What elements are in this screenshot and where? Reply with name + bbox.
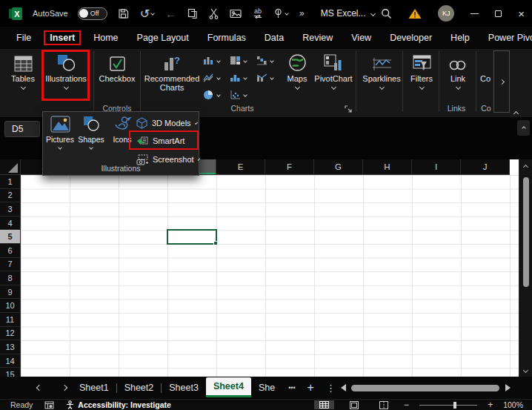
column-header-e[interactable]: E	[216, 159, 265, 175]
next-sheet-icon[interactable]	[61, 385, 67, 391]
sheet-tab-she[interactable]: She	[251, 377, 282, 399]
row-header-9[interactable]: 9	[0, 285, 21, 300]
menu-tab-help[interactable]: Help	[445, 30, 476, 45]
waterfall-chart-icon[interactable]	[256, 52, 283, 69]
filters-button[interactable]: Filters	[405, 51, 439, 103]
row-header-3[interactable]: 3	[0, 202, 21, 216]
menu-tab-review[interactable]: Review	[296, 30, 339, 45]
overflow-icon[interactable]: »	[299, 8, 305, 19]
ribbon-scroll-right-button[interactable]	[493, 50, 510, 113]
pictures-button[interactable]: Pictures	[45, 116, 75, 149]
save-icon[interactable]	[118, 8, 129, 19]
page-layout-view-button[interactable]	[345, 400, 364, 410]
search-icon[interactable]	[381, 8, 392, 19]
row-header-4[interactable]: 4	[0, 216, 21, 231]
sheet-tab-sheet2[interactable]: Sheet2	[117, 377, 162, 399]
shapes-button[interactable]: Shapes	[76, 116, 106, 149]
scroll-up-icon[interactable]	[523, 165, 528, 170]
menu-tab-insert[interactable]: Insert	[44, 30, 81, 45]
zoom-level[interactable]: 100%	[503, 400, 523, 409]
sheet-options-icon[interactable]: ⋮	[326, 383, 336, 394]
line-chart-icon[interactable]	[203, 69, 230, 86]
treemap-chart-icon[interactable]	[230, 52, 256, 69]
touch-mode-icon[interactable]	[273, 8, 288, 19]
menu-tab-formulas[interactable]: Formulas	[202, 30, 252, 45]
3d-models-item[interactable]: 3D Models	[136, 116, 197, 130]
scroll-down-icon[interactable]	[523, 368, 528, 373]
histogram-chart-icon[interactable]	[230, 69, 256, 86]
sheet-tab-sheet4[interactable]: Sheet4	[206, 377, 251, 397]
warning-icon[interactable]	[408, 8, 422, 19]
row-header-14[interactable]: 14	[0, 354, 21, 368]
menu-tab-file[interactable]: File	[10, 30, 37, 45]
menu-tab-power-pivot[interactable]: Power Pivot	[482, 30, 532, 45]
row-header-7[interactable]: 7	[0, 258, 21, 272]
new-sheet-button[interactable]: +	[307, 381, 314, 394]
share-picture-icon[interactable]	[230, 9, 242, 19]
pivotchart-button[interactable]: PivotChart	[313, 51, 354, 103]
sparklines-button[interactable]: Sparklines	[360, 51, 403, 103]
dialog-launcher-icon[interactable]	[345, 105, 352, 113]
row-header-13[interactable]: 13	[0, 340, 21, 354]
name-box[interactable]: D5	[4, 121, 40, 137]
autosave-toggle[interactable]: Off	[78, 7, 107, 20]
maximize-button[interactable]	[495, 10, 502, 17]
row-header-11[interactable]: 11	[0, 313, 21, 327]
comments-ribbon-button[interactable]: Co	[477, 51, 493, 103]
row-header-15[interactable]: 15	[0, 368, 21, 377]
column-chart-icon[interactable]	[203, 52, 230, 69]
menu-tab-developer[interactable]: Developer	[384, 30, 438, 45]
menu-tab-page-layout[interactable]: Page Layout	[131, 30, 195, 45]
link-button[interactable]: Link	[443, 51, 473, 103]
row-header-6[interactable]: 6	[0, 244, 21, 258]
minimize-button[interactable]	[471, 13, 479, 14]
previous-sheet-icon[interactable]	[36, 385, 42, 391]
accessibility-status[interactable]: Accessibility: Investigate	[66, 400, 170, 409]
selected-cell[interactable]	[167, 229, 217, 245]
horizontal-scroll-thumb[interactable]	[351, 385, 499, 391]
macro-record-icon[interactable]	[44, 401, 54, 409]
sheet-tab-sheet1[interactable]: Sheet1	[72, 377, 116, 399]
row-header-12[interactable]: 12	[0, 327, 21, 341]
zoom-in-button[interactable]: +	[488, 400, 493, 409]
scatter-chart-icon[interactable]	[230, 86, 256, 103]
column-header-h[interactable]: H	[363, 159, 412, 175]
window-title[interactable]: MS Excel...	[321, 8, 376, 19]
zoom-out-button[interactable]: −	[404, 400, 409, 409]
page-break-view-button[interactable]	[374, 400, 393, 410]
vertical-scroll-thumb[interactable]	[523, 177, 529, 287]
row-header-2[interactable]: 2	[0, 189, 21, 203]
cut-icon[interactable]	[209, 8, 219, 19]
checkbox-button[interactable]: Checkbox	[96, 51, 138, 103]
formula-bar-collapse-button[interactable]	[517, 120, 530, 136]
zoom-slider-thumb[interactable]	[453, 402, 456, 409]
copy-icon[interactable]	[187, 8, 198, 19]
menu-tab-data[interactable]: Data	[259, 30, 290, 45]
hscroll-left-icon[interactable]	[341, 384, 346, 391]
avatar[interactable]: KJ	[438, 5, 454, 22]
undo-icon[interactable]: ↺	[140, 7, 154, 21]
find-replace-icon[interactable]: ab	[253, 8, 262, 19]
fill-handle[interactable]	[213, 241, 218, 245]
smartart-item[interactable]: SmartArt	[136, 133, 197, 148]
select-all-corner[interactable]	[0, 159, 21, 175]
row-header-8[interactable]: 8	[0, 271, 21, 285]
column-header-f[interactable]: F	[265, 159, 314, 175]
vertical-scrollbar[interactable]	[519, 159, 532, 377]
more-sheets-icon[interactable]: •••	[288, 384, 295, 391]
menu-tab-view[interactable]: View	[345, 30, 377, 45]
close-button[interactable]: ×	[518, 8, 525, 19]
row-header-1[interactable]: 1	[0, 175, 21, 189]
maps-button[interactable]: Maps	[280, 51, 314, 103]
pie-chart-icon[interactable]	[203, 86, 230, 103]
icons-button[interactable]: Icons	[107, 116, 137, 144]
combo-chart-icon[interactable]	[256, 69, 283, 86]
normal-view-button[interactable]	[314, 400, 334, 409]
row-header-5[interactable]: 5	[0, 230, 21, 244]
horizontal-scrollbar[interactable]	[351, 385, 499, 391]
zoom-slider[interactable]	[419, 402, 477, 409]
column-header-i[interactable]: I	[412, 159, 461, 175]
row-header-10[interactable]: 10	[0, 299, 21, 313]
sheet-tab-sheet3[interactable]: Sheet3	[162, 377, 206, 399]
column-header-g[interactable]: G	[314, 159, 363, 175]
